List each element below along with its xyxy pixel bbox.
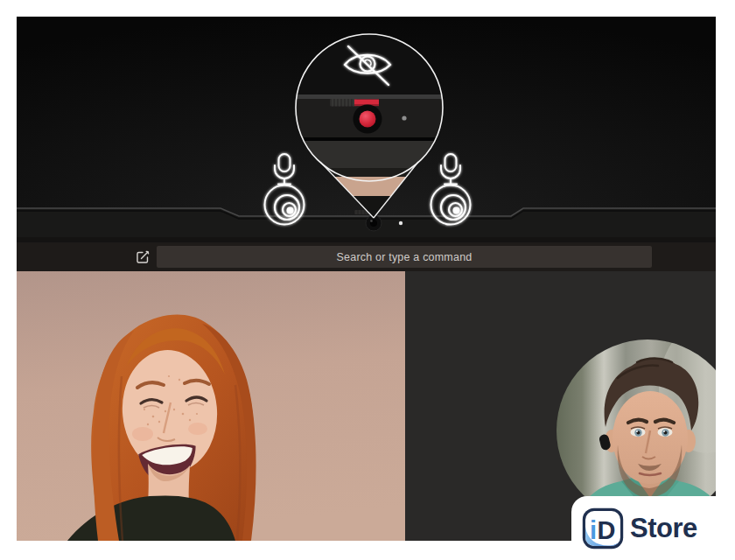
logo-wordmark: Store	[630, 513, 697, 544]
compose-button[interactable]	[136, 249, 150, 264]
laptop-screen: Search or type a command	[17, 17, 716, 541]
logo-d: D	[598, 516, 616, 544]
self-view-avatar	[556, 340, 716, 522]
laptop-bezel	[17, 17, 716, 242]
marketing-screenshot: Search or type a command	[0, 0, 735, 560]
store-logo: iD Store	[571, 496, 735, 560]
logo-i: i	[590, 516, 597, 544]
compose-icon	[137, 251, 149, 262]
camera-shutter-closed	[354, 105, 382, 134]
svg-text:iD: iD	[590, 516, 616, 544]
logo-badge: iD	[582, 508, 624, 550]
search-input[interactable]: Search or type a command	[157, 246, 652, 268]
camera-led	[399, 221, 402, 225]
remote-participant-video	[17, 271, 405, 541]
search-placeholder: Search or type a command	[337, 251, 472, 263]
magnified-led	[402, 116, 406, 120]
teams-title-bar: Search or type a command	[17, 242, 716, 271]
